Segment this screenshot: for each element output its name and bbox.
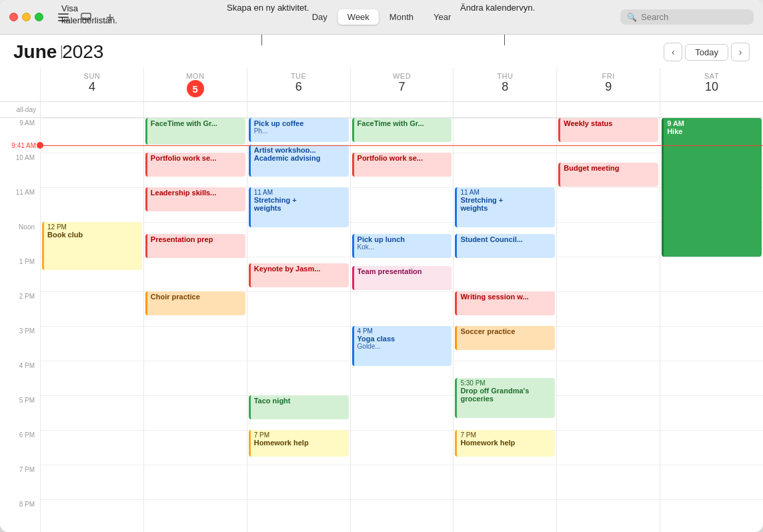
hour-line-4-7 bbox=[454, 361, 556, 361]
hour-line-0-0 bbox=[41, 118, 143, 119]
event-e3[interactable]: FaceTime with Gr... bbox=[352, 118, 452, 142]
hour-line-4-11 bbox=[454, 499, 556, 500]
hour-line-6-4 bbox=[660, 257, 763, 257]
time-label-10: 7 PM bbox=[0, 465, 40, 499]
hour-line-1-8 bbox=[144, 395, 247, 396]
event-e24[interactable]: Taco night bbox=[249, 395, 349, 419]
day-col-mon[interactable]: FaceTime with Gr...Portfolio work se...L… bbox=[143, 118, 247, 532]
time-label-4: 1 PM bbox=[0, 257, 40, 291]
event-e21[interactable]: 4 PMYoga classGolde... bbox=[352, 326, 452, 366]
next-week-button[interactable]: › bbox=[731, 43, 750, 61]
add-event-button[interactable]: ＋ bbox=[102, 9, 118, 25]
event-e13[interactable]: 12 PMBook club bbox=[42, 222, 142, 270]
event-e23[interactable]: 5:30 PMDrop off Grandma'sgroceries bbox=[455, 378, 555, 418]
event-e19[interactable]: Choir practice bbox=[145, 291, 245, 315]
prev-week-button[interactable]: ‹ bbox=[664, 43, 682, 61]
hour-line-2-7 bbox=[247, 361, 350, 361]
hour-line-0-6 bbox=[41, 326, 143, 327]
allday-cell-wed bbox=[350, 102, 454, 117]
hour-line-5-6 bbox=[557, 326, 660, 327]
day-col-sun[interactable]: 12 PMBook club bbox=[40, 118, 143, 532]
tab-day[interactable]: Day bbox=[303, 9, 337, 25]
hour-line-3-9 bbox=[351, 430, 454, 431]
allday-cell-sun bbox=[40, 102, 143, 117]
hour-line-2-11 bbox=[247, 499, 350, 500]
mon-badge: 5 bbox=[187, 80, 204, 97]
time-label-2: 11 AM bbox=[0, 187, 40, 222]
hour-line-0-2 bbox=[41, 187, 143, 188]
event-e8[interactable]: Portfolio work se... bbox=[352, 153, 452, 177]
day-header-thu: THU 8 bbox=[453, 68, 556, 101]
event-e25[interactable]: 7 PMHomework help bbox=[249, 430, 349, 457]
day-col-thu[interactable]: 11 AMStretching +weightsStudent Council.… bbox=[453, 118, 556, 532]
event-e15[interactable]: Pick up lunchKok... bbox=[352, 234, 452, 258]
event-e27[interactable]: 9 AMHike bbox=[662, 118, 762, 257]
hour-line-5-11 bbox=[557, 499, 660, 500]
event-e11[interactable]: 11 AMStretching +weights bbox=[249, 187, 349, 227]
close-button[interactable] bbox=[9, 13, 18, 21]
hour-line-5-2 bbox=[557, 187, 660, 188]
hour-line-3-5 bbox=[351, 291, 454, 292]
day-col-fri[interactable]: Weekly statusBudget meeting bbox=[556, 118, 660, 532]
hour-line-5-8 bbox=[557, 395, 660, 396]
calendar-grid: SUN 4 MON 5 TUE 6 WED 7 THU 8 FRI 9 bbox=[0, 68, 763, 532]
allday-cell-sat bbox=[660, 102, 763, 117]
allday-cell-thu bbox=[453, 102, 556, 117]
time-label-8: 5 PM bbox=[0, 395, 40, 430]
hour-line-3-11 bbox=[351, 499, 454, 500]
hour-line-0-11 bbox=[41, 499, 143, 500]
event-e14[interactable]: Presentation prep bbox=[145, 234, 245, 258]
time-column: 9 AM10 AM11 AMNoon1 PM2 PM3 PM4 PM5 PM6 … bbox=[0, 118, 40, 532]
tab-year[interactable]: Year bbox=[424, 9, 460, 25]
time-label-9: 6 PM bbox=[0, 430, 40, 465]
day-col-tue[interactable]: Pick up coffeePh...Artist workshop...Aca… bbox=[247, 118, 350, 532]
hour-line-1-10 bbox=[144, 465, 247, 465]
event-e16[interactable]: Student Council... bbox=[455, 234, 555, 258]
event-e26[interactable]: 7 PMHomework help bbox=[455, 430, 555, 457]
hour-line-4-1 bbox=[454, 153, 556, 153]
hour-line-2-4 bbox=[247, 257, 350, 257]
event-e9[interactable]: Budget meeting bbox=[558, 163, 658, 187]
allday-row: all-day bbox=[0, 102, 763, 118]
event-e10[interactable]: Leadership skills... bbox=[145, 187, 245, 211]
hour-line-3-8 bbox=[351, 395, 454, 396]
time-label-5: 2 PM bbox=[0, 291, 40, 326]
event-e20[interactable]: Writing session w... bbox=[455, 291, 555, 315]
event-e18[interactable]: Keynote by Jasm... bbox=[249, 263, 349, 287]
hour-line-0-1 bbox=[41, 153, 143, 153]
hour-line-6-5 bbox=[660, 291, 763, 292]
allday-label: all-day bbox=[0, 102, 40, 117]
event-e1[interactable]: FaceTime with Gr... bbox=[145, 118, 245, 145]
svg-rect-2 bbox=[58, 20, 69, 21]
tab-week[interactable]: Week bbox=[338, 9, 379, 25]
day-col-sat[interactable]: 9 AMHike bbox=[660, 118, 763, 532]
search-box[interactable]: 🔍 bbox=[620, 9, 754, 25]
today-button[interactable]: Today bbox=[685, 44, 728, 61]
maximize-button[interactable] bbox=[35, 13, 43, 21]
tab-month[interactable]: Month bbox=[380, 9, 423, 25]
day-header-fri: FRI 9 bbox=[556, 68, 660, 101]
hour-line-6-9 bbox=[660, 430, 763, 431]
calendar-list-button[interactable] bbox=[54, 8, 73, 27]
time-grid-inner: 9 AM10 AM11 AMNoon1 PM2 PM3 PM4 PM5 PM6 … bbox=[0, 118, 763, 532]
toolbar-icons bbox=[54, 8, 95, 27]
inbox-button[interactable] bbox=[77, 8, 95, 27]
hour-line-1-9 bbox=[144, 430, 247, 431]
minimize-button[interactable] bbox=[22, 13, 31, 21]
nav-buttons: ‹ Today › bbox=[664, 43, 750, 61]
event-e7[interactable]: Academic advising bbox=[249, 153, 349, 177]
hour-line-4-0 bbox=[454, 118, 556, 119]
event-e2[interactable]: Pick up coffeePh... bbox=[249, 118, 349, 142]
event-e12[interactable]: 11 AMStretching +weights bbox=[455, 187, 555, 227]
search-input[interactable] bbox=[641, 12, 747, 22]
hour-line-3-3 bbox=[351, 222, 454, 223]
event-e17[interactable]: Team presentation bbox=[352, 266, 452, 290]
event-e4[interactable]: Weekly status bbox=[558, 118, 658, 142]
calendar-window: Visakalenderlistan. Skapa en ny aktivite… bbox=[0, 0, 763, 532]
time-grid: 9 AM10 AM11 AMNoon1 PM2 PM3 PM4 PM5 PM6 … bbox=[0, 118, 763, 532]
year-name: 2023 bbox=[62, 41, 103, 62]
event-e22[interactable]: Soccer practice bbox=[455, 326, 555, 350]
day-col-wed[interactable]: FaceTime with Gr...Portfolio work se...P… bbox=[350, 118, 454, 532]
svg-rect-1 bbox=[58, 17, 69, 18]
event-e6[interactable]: Portfolio work se... bbox=[145, 153, 245, 177]
